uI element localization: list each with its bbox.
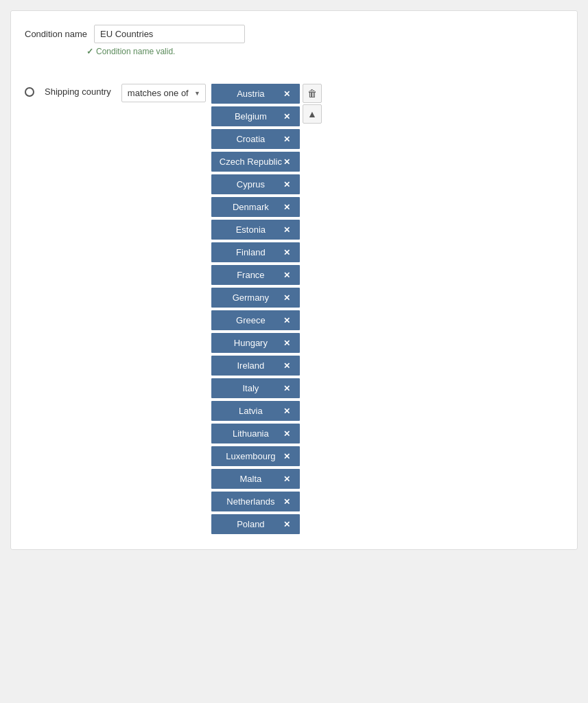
validation-message: ✓ Condition name valid.: [86, 47, 563, 56]
country-item: Italy✕: [211, 378, 300, 398]
country-item: Hungary✕: [211, 333, 300, 353]
remove-country-button[interactable]: ✕: [282, 475, 292, 483]
remove-country-button[interactable]: ✕: [282, 203, 292, 211]
up-button[interactable]: ▲: [303, 104, 322, 124]
country-item: Cyprus✕: [211, 174, 300, 194]
shipping-section: Shipping country matches one of does not…: [25, 84, 563, 535]
country-name: Latvia: [220, 406, 282, 416]
condition-name-input[interactable]: [94, 25, 245, 43]
country-name: Belgium: [220, 111, 282, 122]
remove-country-button[interactable]: ✕: [282, 226, 292, 234]
country-name: Malta: [220, 474, 282, 484]
condition-name-label: Condition name: [25, 29, 87, 39]
country-name: France: [220, 270, 282, 280]
country-item: Netherlands✕: [211, 492, 300, 511]
remove-country-button[interactable]: ✕: [282, 452, 292, 461]
main-card: Condition name ✓ Condition name valid. S…: [10, 10, 578, 550]
country-item: Denmark✕: [211, 197, 300, 217]
country-name: Cyprus: [220, 179, 282, 189]
remove-country-button[interactable]: ✕: [282, 430, 292, 438]
remove-country-button[interactable]: ✕: [282, 362, 292, 370]
remove-country-button[interactable]: ✕: [282, 249, 292, 257]
country-item: Croatia✕: [211, 129, 300, 149]
shipping-radio[interactable]: [25, 87, 34, 97]
country-name: Croatia: [220, 134, 282, 144]
shipping-label: Shipping country: [45, 87, 111, 97]
country-name: Austria: [220, 89, 282, 99]
matches-dropdown[interactable]: matches one of does not match matches al…: [121, 84, 206, 102]
country-name: Denmark: [220, 202, 282, 212]
action-buttons: 🗑 ▲: [303, 84, 322, 124]
country-item: Lithuania✕: [211, 424, 300, 443]
country-item: Estonia✕: [211, 220, 300, 240]
country-name: Luxembourg: [220, 451, 282, 461]
shipping-controls: matches one of does not match matches al…: [121, 84, 563, 535]
remove-country-button[interactable]: ✕: [282, 316, 292, 325]
remove-country-button[interactable]: ✕: [282, 294, 292, 302]
country-item: Finland✕: [211, 242, 300, 262]
remove-country-button[interactable]: ✕: [282, 135, 292, 143]
remove-country-button[interactable]: ✕: [282, 520, 292, 529]
remove-country-button[interactable]: ✕: [282, 498, 292, 506]
remove-country-button[interactable]: ✕: [282, 384, 292, 393]
country-item: Austria✕: [211, 84, 300, 104]
dropdown-wrapper: matches one of does not match matches al…: [121, 84, 206, 102]
country-name: Hungary: [220, 338, 282, 348]
country-name: Lithuania: [220, 428, 282, 439]
validation-text: Condition name valid.: [96, 47, 175, 56]
country-item: Luxembourg✕: [211, 446, 300, 466]
country-name: Netherlands: [220, 496, 282, 507]
country-row-wrapper: Austria✕Belgium✕Croatia✕Czech Republic✕C…: [211, 84, 322, 535]
country-item: Ireland✕: [211, 356, 300, 376]
country-item: Latvia✕: [211, 401, 300, 421]
country-name: Greece: [220, 315, 282, 325]
country-name: Italy: [220, 383, 282, 393]
remove-country-button[interactable]: ✕: [282, 339, 292, 347]
country-name: Estonia: [220, 224, 282, 235]
country-item: Czech Republic✕: [211, 152, 300, 172]
checkmark-icon: ✓: [86, 47, 93, 56]
country-item: Belgium✕: [211, 106, 300, 126]
remove-country-button[interactable]: ✕: [282, 90, 292, 98]
page-container: Condition name ✓ Condition name valid. S…: [0, 0, 588, 703]
remove-country-button[interactable]: ✕: [282, 271, 292, 279]
remove-country-button[interactable]: ✕: [282, 158, 292, 166]
country-item: France✕: [211, 265, 300, 285]
country-name: Ireland: [220, 360, 282, 371]
country-item: Germany✕: [211, 288, 300, 308]
remove-country-button[interactable]: ✕: [282, 181, 292, 189]
country-item: Greece✕: [211, 310, 300, 330]
country-name: Finland: [220, 247, 282, 257]
delete-button[interactable]: 🗑: [303, 84, 322, 103]
remove-country-button[interactable]: ✕: [282, 407, 292, 415]
country-name: Poland: [220, 519, 282, 529]
country-name: Czech Republic: [220, 157, 282, 167]
condition-name-row: Condition name: [25, 25, 563, 43]
country-item: Malta✕: [211, 469, 300, 489]
country-name: Germany: [220, 292, 282, 303]
remove-country-button[interactable]: ✕: [282, 113, 292, 121]
countries-col: Austria✕Belgium✕Croatia✕Czech Republic✕C…: [211, 84, 300, 535]
country-item: Poland✕: [211, 514, 300, 534]
